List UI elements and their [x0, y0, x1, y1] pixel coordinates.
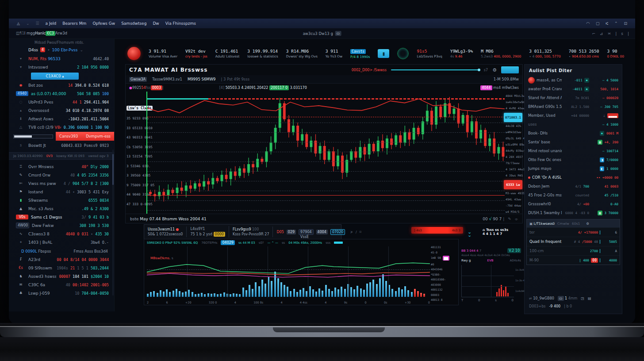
sidebar-row[interactable]: ♣Lswp J-05910 704-004-0050: [9, 289, 114, 297]
watchlist-row[interactable]: Grsssswhrl04/ +000-A0: [525, 200, 622, 208]
alert-price-badge[interactable]: 6333 Lw: [504, 180, 522, 189]
watchlist-row[interactable]: awater Pro4 Cranes-4011 ▪500, 1014: [525, 84, 622, 93]
watchlist-row[interactable]: Jumps mayo◧ 1 0000: [525, 164, 622, 173]
gear-icon[interactable]: ⚙: [492, 67, 497, 73]
sidebar-row[interactable]: △TV8 cc0 (2/9 V84.1980.396 60000 1 100 9…: [9, 123, 114, 131]
sidebar-row[interactable]: sBoswtt Jt60043.033 Psmss9 0923: [9, 141, 114, 150]
menu-item-2[interactable]: Opfews Gw: [92, 21, 115, 26]
cloud-icon[interactable]: ◠: [586, 21, 590, 26]
toolbar-icon-3[interactable]: |: [615, 31, 617, 36]
sidebar-row[interactable]: ⚑Iostand44 ∙ 3003 5 431 Exy: [9, 188, 114, 196]
chart-tab-1[interactable]: Tassw9MM3.sv1: [152, 77, 182, 81]
primary-action-button[interactable]: C1X4C0 ▴: [31, 73, 79, 80]
chart-tab-0[interactable]: Gwsw3A: [129, 77, 147, 82]
chart-tab-2[interactable]: M9995 S6MW9: [188, 77, 216, 81]
subpanel-row[interactable]: Quad In frequent# 4 /5000 485005: [527, 237, 620, 246]
menu-item-5[interactable]: Via Fhinsspzms: [165, 21, 196, 26]
indicator-cell-0[interactable]: Ussss3vwsm11 ●S0& 1 0722sswsss0: [144, 227, 187, 237]
gear-icon[interactable]: ⚙: [586, 222, 589, 226]
watchlist-row[interactable]: Member, Used+44 00000⟂ ▃▃▃▃: [525, 111, 622, 120]
sidebar-row[interactable]: ▴Oversossd34 010 4.18.2974 08: [9, 106, 114, 115]
eraser-icon[interactable]: ⌑: [360, 230, 361, 234]
subpanel-row[interactable]: ter4/ +1700006: [527, 227, 620, 237]
toolbar-icon-1[interactable]: ⊿: [600, 31, 603, 36]
watchlist-row[interactable]: Stand for Attend AN7m DC01— 000020: [525, 93, 622, 102]
slider-handle[interactable]: [478, 69, 480, 71]
sidebar-row[interactable]: ∿C3swss3 84040 0 031 ∙ 435 30: [9, 230, 114, 238]
chart-action-button[interactable]: [501, 66, 519, 73]
list-icon[interactable]: ☰: [35, 21, 39, 26]
sidebar-row[interactable]: ▲Msc. s3 Avss.49 & 2 A300: [9, 204, 114, 213]
toolbar-icon-2[interactable]: ≍: [608, 31, 611, 36]
sidebar-row[interactable]: ✉C39C 6a40 00:1402 2001-005: [9, 280, 114, 289]
indicator-panel[interactable]: S9REDK0 0 P9sP 92% SWSNL 6Q76OTEPHs04029…: [144, 239, 459, 305]
ticker-play-button[interactable]: ▮: [378, 49, 389, 58]
sidebar-row[interactable]: ₣A23rd00 04 8/14 04 0000 3044: [9, 255, 114, 264]
sidebar-row[interactable]: ✦1403 | BvAL3bw4 O.-: [9, 238, 114, 246]
menu-item-3[interactable]: Samsdwtseg: [121, 21, 146, 26]
sidebar-row[interactable]: ▮S9wswms6555 0034: [9, 196, 114, 204]
sidebar-row[interactable]: 4W00Dww Fwkw308 198 3 530: [9, 221, 114, 230]
watchlist-row[interactable]: Santa' base▦ +4, 200: [525, 138, 622, 146]
chevron-down-icon[interactable]: ⌄⌄: [468, 230, 472, 237]
pager-row[interactable]: ⇌ 10_9wGB80▭ 1 4mm◳▤: [525, 294, 622, 303]
copy-icon[interactable]: ◳: [581, 296, 584, 300]
watchlist-row[interactable]: Mind retool unanimous— 100714: [525, 146, 622, 155]
indicator-cell-1[interactable]: L4ss9Y175 1 b 2 ysd 0000: [187, 226, 229, 238]
text-part: A23rd: [28, 257, 40, 262]
toolbar-icon-5[interactable]: |: [628, 31, 629, 36]
menu-item-1[interactable]: Bearers Mm: [62, 21, 86, 26]
sidebar-row[interactable]: ♞Asswd3 hswss00007 104 101 $2004 10: [9, 272, 114, 280]
sidebar-row[interactable]: ✄Vwss ms pww4 / 904 5/7 8 2 [300: [9, 179, 114, 188]
line-icon[interactable]: ∕: [356, 230, 357, 234]
sidebar-header[interactable]: D4ss4•100 Ebr-Pvss⌄: [9, 46, 114, 54]
caret-icon[interactable]: ⌃: [614, 21, 618, 26]
chevron-down-icon[interactable]: ⌄: [26, 21, 30, 26]
watchlist-row[interactable]: Otto Few Oc ones◨ 7/0000: [525, 155, 622, 164]
grid-icon[interactable]: ⊡: [624, 21, 627, 26]
watchlist-row[interactable]: Deben Jwm4/1 70041 0003: [525, 182, 622, 191]
ruler-icon[interactable]: ⌯: [515, 217, 518, 222]
sidebar-row[interactable]: ◉Bet zos14 394.0 8.524 618: [9, 81, 114, 89]
sidebar-row[interactable]: V0sSams c1 Dwgss3/ 9 41 03 b: [9, 213, 114, 221]
sidebar-row[interactable]: ◌UbPrd3 Pves44 1 294.411.904: [9, 98, 114, 106]
ticker-stat-14: 700 513 2650∙ 904.650.00 cms: [569, 49, 599, 58]
subpanel-header[interactable]: ▣ L/T1kwsass0Cmwlw60s1⚙: [527, 219, 620, 227]
current-price-badge[interactable]: 071003.1: [504, 113, 522, 122]
alert-bar[interactable]: [-4s34s3 3: [411, 227, 463, 234]
menu-item-0[interactable]: a Jeld: [46, 21, 57, 26]
gridline: [147, 200, 505, 201]
chart-tab-3[interactable]: | 3 Pst 49t 9sss: [221, 77, 250, 81]
watchlist-row[interactable]: mass4, as Cm-011 ▪— 4 5000: [525, 76, 622, 84]
subpanel-row[interactable]: M-90| 400 004000: [527, 255, 620, 265]
subpanel-row[interactable]: 100-cm2700A: [527, 246, 620, 255]
sidebar-row[interactable]: 4940as (L0.07) 40,000504 58 085 100: [9, 89, 114, 98]
toolbar-icon-4[interactable]: s: [621, 31, 623, 36]
window-icon[interactable]: ▢: [596, 21, 600, 26]
danger-button[interactable]: Cansv393Dvmpvm-ess: [56, 132, 114, 141]
indicator-cell-2[interactable]: FLsv9gss9 100Ksss Psv-Pvvss9R 27: [229, 227, 273, 237]
watchlist-row[interactable]: 45 Froe 2-G0s msscounted45 /510: [525, 191, 622, 200]
watchlist-row[interactable]: uses— 4 1000: [525, 120, 622, 129]
sidebar-row[interactable]: €s09 Sl9sswm1904s 21 1 5 1 503,2044: [9, 264, 114, 272]
candlestick-plot[interactable]: [146, 92, 505, 214]
watchlist-row[interactable]: BMAswd G90s 1.5mgAL2 1.500— J00 705: [525, 102, 622, 111]
sidebar-row[interactable]: ⬇Adtwst Asws-1043.201.411.5004: [9, 115, 114, 123]
menu-item-4[interactable]: Dw: [153, 21, 159, 26]
watchlist-row[interactable]: COR 'Or A 4USL1 s∙∙ +0000 00: [525, 173, 622, 182]
sidebar-row[interactable]: ▾NUM, Rts 965334642.40: [9, 54, 114, 63]
range-slider[interactable]: [391, 69, 479, 70]
panels-icon[interactable]: ⑆: [606, 21, 608, 26]
sidebar-row[interactable]: ♖Ovrr Mnswss40° Dly 2000: [9, 162, 114, 171]
watchlist-row[interactable]: DUSH.1 Swamby D-0 L-rd6000 4 -03 0▦ 3 70…: [525, 208, 622, 217]
footer-icons[interactable]: | b 0: [564, 304, 572, 308]
address-display[interactable]: aw3cu3 Dw13 g▭: [303, 31, 341, 36]
toolbar-icon-0[interactable]: ⌐: [592, 31, 596, 36]
print-icon[interactable]: ▤: [588, 296, 591, 300]
sidebar-scrollbar-thumb[interactable]: [112, 154, 114, 185]
watchlist-row[interactable]: Book- DHs▪ 0001 M: [525, 129, 622, 138]
sidebar-row[interactable]: ✎Cmsrd Orw40 4 05 2354 3356: [9, 171, 114, 179]
edit-icon[interactable]: ✎: [508, 217, 511, 221]
sidebar-row[interactable]: ▾Intsvsswd2 104 956 0000: [9, 63, 114, 71]
draw-icon[interactable]: ≯: [350, 230, 353, 234]
